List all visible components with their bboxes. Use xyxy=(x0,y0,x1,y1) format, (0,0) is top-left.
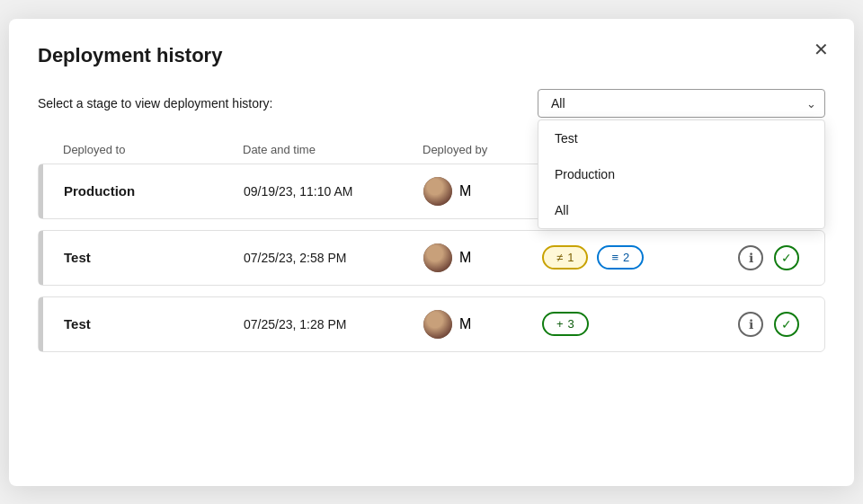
dropdown-option-production[interactable]: Production xyxy=(538,156,824,192)
deployed-to-cell: Test xyxy=(39,250,218,265)
deployed-to-cell: Test xyxy=(39,316,218,332)
header-date-time: Date and time xyxy=(243,143,423,156)
badge-count: 3 xyxy=(568,317,574,331)
close-button[interactable]: ✕ xyxy=(810,37,832,62)
badge-icon: ≡ xyxy=(611,251,618,264)
avatar-image xyxy=(423,243,452,272)
avatar-image xyxy=(423,177,452,206)
row-accent xyxy=(39,164,43,218)
badge-icon: + xyxy=(556,317,564,331)
row-accent xyxy=(39,297,43,351)
deployed-by-initial: M xyxy=(459,250,471,266)
badge-not-equal: ≠ 1 xyxy=(542,245,588,270)
action-icons: ℹ ✓ xyxy=(738,312,806,337)
badge-lines: ≡ 2 xyxy=(597,245,644,270)
stage-dropdown[interactable]: All xyxy=(538,89,825,118)
avatar-image xyxy=(423,310,452,339)
avatar xyxy=(423,310,452,339)
stage-dropdown-menu: Test Production All xyxy=(538,119,825,229)
check-icon[interactable]: ✓ xyxy=(774,312,799,337)
deployed-by-cell: M xyxy=(398,243,542,272)
stage-selector-row: Select a stage to view deployment histor… xyxy=(38,89,825,118)
avatar xyxy=(423,243,452,272)
deployed-by-initial: M xyxy=(459,183,471,199)
date-time-cell: 07/25/23, 1:28 PM xyxy=(218,317,398,332)
date-time-cell: 09/19/23, 11:10 AM xyxy=(218,184,398,199)
dropdown-option-test[interactable]: Test xyxy=(538,120,824,156)
avatar xyxy=(423,177,452,206)
header-deployed-to: Deployed to xyxy=(63,143,243,156)
table-row: Test 07/25/23, 1:28 PM M + 3 ℹ ✓ xyxy=(38,296,825,352)
table-row: Test 07/25/23, 2:58 PM M ≠ 1 ≡ 2 ℹ ✓ xyxy=(38,230,825,286)
items-actions-cell: + 3 ℹ ✓ xyxy=(542,312,806,337)
badge-count: 2 xyxy=(623,251,629,264)
stage-selector-label: Select a stage to view deployment histor… xyxy=(38,96,272,111)
action-icons: ℹ ✓ xyxy=(738,245,806,270)
deployed-by-cell: M xyxy=(398,177,542,206)
check-icon[interactable]: ✓ xyxy=(774,245,799,270)
info-icon[interactable]: ℹ xyxy=(738,312,763,337)
deployment-history-dialog: Deployment history ✕ Select a stage to v… xyxy=(9,19,854,486)
stage-dropdown-wrapper: All ⌄ Test Production All xyxy=(538,89,825,118)
stage-dropdown-value: All xyxy=(551,96,565,111)
badge-count: 1 xyxy=(567,251,574,264)
deployed-by-initial: M xyxy=(459,316,471,332)
deployed-by-cell: M xyxy=(398,310,542,339)
info-icon[interactable]: ℹ xyxy=(738,245,763,270)
row-accent xyxy=(39,231,43,285)
deployed-to-cell: Production xyxy=(39,183,218,199)
items-actions-cell: ≠ 1 ≡ 2 ℹ ✓ xyxy=(542,245,806,270)
date-time-cell: 07/25/23, 2:58 PM xyxy=(218,251,398,265)
badge-plus: + 3 xyxy=(542,312,589,336)
badge-icon: ≠ xyxy=(556,251,563,264)
dropdown-option-all[interactable]: All xyxy=(538,192,824,228)
dialog-title: Deployment history xyxy=(38,44,825,67)
